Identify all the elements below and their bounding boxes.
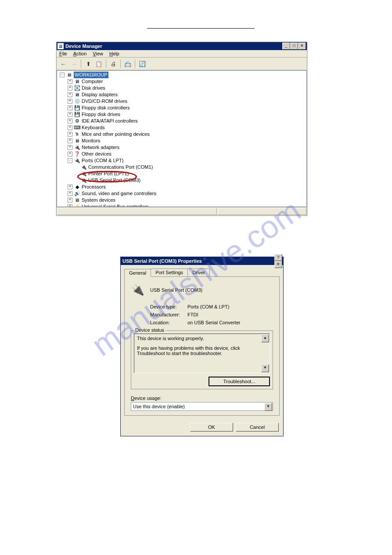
- titlebar[interactable]: 🖥 Device Manager _ □ ✕: [57, 42, 307, 50]
- window-title: Device Manager: [65, 44, 282, 49]
- tab-port-settings[interactable]: Port Settings: [151, 268, 188, 276]
- cpu-icon: ◆: [74, 184, 80, 190]
- scan-icon[interactable]: 📇: [123, 59, 133, 69]
- device-icon: 🔌: [131, 283, 145, 297]
- forward-button[interactable]: →: [69, 59, 79, 69]
- tab-row: General Port Settings Driver: [121, 265, 283, 276]
- tree-item-port[interactable]: 🔌Printer Port (LPT1): [59, 170, 306, 177]
- device-usage-select[interactable]: Use this device (enable) ▼: [131, 402, 273, 411]
- tree-item[interactable]: +⌨Keyboards: [59, 124, 306, 131]
- expand-icon[interactable]: +: [68, 79, 72, 84]
- properties-icon[interactable]: 📋: [94, 59, 104, 69]
- tree-item[interactable]: +🖱Mice and other pointing devices: [59, 131, 306, 138]
- separator: [106, 59, 106, 68]
- tab-general[interactable]: General: [124, 269, 151, 277]
- expand-icon[interactable]: +: [68, 112, 72, 117]
- tree-item[interactable]: +🖥Monitors: [59, 138, 306, 144]
- device-status-legend: Device status: [134, 327, 165, 333]
- menu-view[interactable]: View: [93, 51, 103, 56]
- tree-item[interactable]: +🖥Display adapters: [59, 91, 306, 98]
- usb-icon: ⚡: [74, 204, 80, 207]
- tree-item[interactable]: +🔊Sound, video and game controllers: [59, 190, 306, 197]
- tree-item[interactable]: +❓Other devices: [59, 151, 306, 157]
- device-manager-window: 🖥 Device Manager _ □ ✕ File Action View …: [56, 42, 307, 216]
- expand-icon[interactable]: +: [68, 119, 72, 123]
- tree-item-port[interactable]: 🔌Communications Port (COM1): [59, 164, 306, 170]
- collapse-icon[interactable]: -: [60, 73, 65, 77]
- ide-icon: ⚙: [74, 118, 80, 124]
- display-icon: 🖥: [74, 92, 80, 98]
- expand-icon[interactable]: +: [68, 132, 72, 137]
- device-type-label: Device type:: [150, 304, 187, 309]
- tree-item[interactable]: +🔌Network adapters: [59, 144, 306, 151]
- help-button[interactable]: ?: [274, 254, 282, 261]
- tree-item[interactable]: +◆Processors: [59, 184, 306, 190]
- tree-item[interactable]: +⚙IDE ATA/ATAPI controllers: [59, 118, 306, 124]
- expand-icon[interactable]: +: [68, 198, 72, 203]
- floppy-icon: 💾: [74, 112, 80, 118]
- app-icon: 🖥: [58, 43, 64, 49]
- expand-icon[interactable]: +: [68, 125, 72, 130]
- collapse-icon[interactable]: -: [68, 158, 72, 163]
- info-row: Device type: Ports (COM & LPT): [131, 304, 273, 309]
- manufacturer-label: Manufacturer:: [150, 312, 187, 317]
- expand-icon[interactable]: +: [68, 204, 72, 207]
- separator: [135, 59, 135, 68]
- system-icon: 🖥: [74, 197, 80, 203]
- device-name: USB Serial Port (COM3): [150, 287, 202, 293]
- expand-icon[interactable]: +: [68, 99, 72, 104]
- dialog-buttons: OK Cancel: [121, 419, 283, 436]
- port-icon: 🔌: [80, 178, 87, 184]
- scroll-down-icon[interactable]: ▼: [261, 364, 269, 372]
- tree-root-label: WORKGROUP: [74, 72, 108, 78]
- expand-icon[interactable]: +: [68, 152, 72, 156]
- minimize-button[interactable]: _: [282, 43, 290, 50]
- back-button[interactable]: ←: [58, 59, 68, 69]
- tree-item-usb-serial-port[interactable]: 🔌USB Serial Port (COM3): [59, 177, 306, 184]
- troubleshoot-button[interactable]: Troubleshoot...: [209, 377, 270, 386]
- up-button[interactable]: ⬆: [83, 59, 93, 69]
- tree-item[interactable]: +⚡Universal Serial Bus controllers: [59, 203, 306, 207]
- maximize-button[interactable]: □: [290, 43, 298, 50]
- expand-icon[interactable]: +: [68, 185, 72, 189]
- tab-page-general: 🔌 USB Serial Port (COM3) Device type: Po…: [124, 276, 280, 416]
- tree-item[interactable]: +🖥System devices: [59, 197, 306, 203]
- chevron-down-icon[interactable]: ▼: [264, 403, 272, 411]
- separator-rule: [147, 28, 255, 29]
- tree-item[interactable]: +💾Floppy disk controllers: [59, 105, 306, 111]
- network-icon: 🔌: [74, 145, 80, 151]
- ok-button[interactable]: OK: [190, 423, 233, 432]
- expand-icon[interactable]: +: [68, 92, 72, 97]
- expand-icon[interactable]: +: [68, 138, 72, 143]
- tree-item[interactable]: +💾Floppy disk drives: [59, 111, 306, 118]
- computer-icon: 🖥: [66, 72, 72, 78]
- menu-help[interactable]: Help: [109, 51, 119, 56]
- expand-icon[interactable]: +: [68, 86, 72, 91]
- close-button[interactable]: ✕: [298, 43, 306, 50]
- device-status-group: Device status This device is working pro…: [131, 330, 273, 389]
- cancel-button[interactable]: Cancel: [236, 423, 279, 432]
- mouse-icon: 🖱: [74, 131, 80, 138]
- tree-view[interactable]: - 🖥 WORKGROUP +🖥Computer +💽Disk drives +…: [57, 70, 307, 207]
- expand-icon[interactable]: +: [68, 145, 72, 150]
- print-icon[interactable]: 🖨: [108, 59, 118, 69]
- tree-item[interactable]: +💽Disk drives: [59, 85, 306, 91]
- keyboard-icon: ⌨: [74, 125, 80, 131]
- cdrom-icon: 💿: [74, 98, 80, 105]
- menu-file[interactable]: File: [59, 51, 67, 56]
- dialog-title: USB Serial Port (COM3) Properties: [122, 258, 274, 264]
- tree-item-ports[interactable]: -🔌Ports (COM & LPT): [59, 157, 306, 164]
- tree-root[interactable]: - 🖥 WORKGROUP: [59, 72, 306, 78]
- expand-icon[interactable]: +: [68, 105, 72, 110]
- properties-dialog: USB Serial Port (COM3) Properties ? ✕ Ge…: [120, 257, 284, 436]
- menu-action[interactable]: Action: [73, 51, 87, 56]
- statusbar: [57, 207, 307, 215]
- refresh-icon[interactable]: 🔄: [137, 59, 147, 69]
- dialog-titlebar[interactable]: USB Serial Port (COM3) Properties ? ✕: [121, 257, 283, 265]
- tab-driver[interactable]: Driver: [187, 268, 210, 276]
- scroll-up-icon[interactable]: ▲: [261, 334, 269, 342]
- toolbar: ← → ⬆ 📋 🖨 📇 🔄: [57, 58, 307, 70]
- tree-item[interactable]: +🖥Computer: [59, 78, 306, 85]
- expand-icon[interactable]: +: [68, 191, 72, 196]
- tree-item[interactable]: +💿DVD/CD-ROM drives: [59, 98, 306, 105]
